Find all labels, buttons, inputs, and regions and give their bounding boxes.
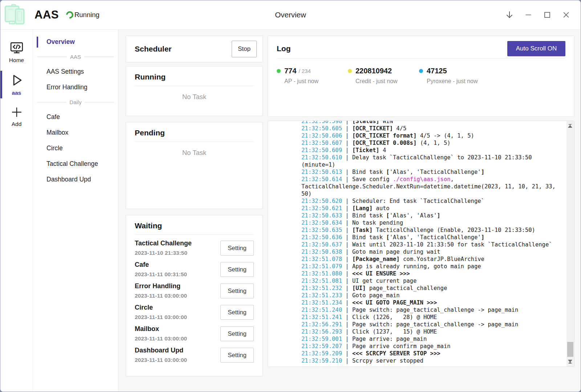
- rail-item-label: aas: [12, 90, 21, 96]
- log-message-segment: App is already running, goto main page: [352, 263, 481, 270]
- scroll-up-button[interactable]: [568, 124, 572, 128]
- download-icon: [505, 10, 514, 20]
- waiting-card: Waiting Tactical Challenge2023-11-10 21:…: [126, 215, 263, 376]
- nav-item-label: Cafe: [46, 113, 60, 121]
- log-level: INFO: [271, 219, 301, 226]
- log-level: INFO: [271, 168, 301, 176]
- log-time: 21:32:50.638: [301, 249, 342, 255]
- log-line: INFO21:32:59.210 | Scrcpy server stopped: [271, 357, 566, 364]
- log-separator: |: [342, 343, 352, 350]
- task-next-run: 2023-11-10 21:33:50: [135, 250, 192, 256]
- log-scroll-area[interactable]: INFO21:32:50.598 | [Status] WININFO21:32…: [268, 121, 566, 367]
- log-time: 21:32:56.291: [301, 321, 342, 328]
- setting-button[interactable]: Setting: [220, 241, 254, 256]
- log-time: 21:32:51.079: [301, 263, 342, 270]
- log-separator: |: [342, 314, 352, 320]
- log-time: 21:32:59.209: [301, 350, 342, 357]
- log-message-segment: Scheduler: End task `TacticalChallenge`: [352, 198, 484, 204]
- nav-item-circle[interactable]: Circle: [33, 140, 118, 156]
- icon-rail: Home aas Add: [0, 30, 33, 392]
- log-level: INFO: [271, 270, 301, 277]
- maximize-button[interactable]: [538, 6, 557, 24]
- nav-item-tactical-challenge[interactable]: Tactical Challenge: [33, 156, 118, 172]
- log-separator: |: [342, 132, 352, 139]
- log-separator: |: [342, 278, 352, 284]
- titlebar: AAS Running Overview: [0, 0, 581, 29]
- log-message-segment: 4/5: [393, 125, 406, 132]
- log-scrollbar[interactable]: [566, 121, 574, 367]
- task-next-run: 2023-11-11 03:00:00: [135, 293, 187, 299]
- log-level: INFO: [271, 299, 301, 306]
- log-time: 21:32:50.636: [301, 234, 342, 241]
- auto-scroll-button[interactable]: Auto Scroll ON: [507, 41, 565, 56]
- task-name: Cafe: [135, 261, 187, 269]
- nav-item-label: Dashboard Upd: [46, 176, 91, 183]
- log-message-segment: Bind task: [352, 212, 386, 219]
- setting-button[interactable]: Setting: [220, 262, 254, 277]
- log-message-segment: ./config\aas.json: [393, 176, 451, 183]
- log-output[interactable]: INFO21:32:50.598 | [Status] WININFO21:32…: [268, 121, 574, 367]
- log-separator: |: [342, 147, 352, 154]
- task-next-run: 2023-11-11 03:00:00: [135, 335, 187, 342]
- log-line: INFO21:32:51.078 | [Package_name] com.Yo…: [271, 256, 566, 263]
- pending-title: Pending: [135, 128, 254, 137]
- nav-item-dashboard-upd[interactable]: Dashboard Upd: [33, 172, 118, 187]
- stop-button[interactable]: Stop: [232, 41, 257, 57]
- setting-button[interactable]: Setting: [220, 283, 254, 298]
- nav-item-label: Circle: [46, 144, 63, 152]
- task-name: Mailbox: [135, 325, 187, 333]
- log-message-segment: ]: [437, 212, 440, 219]
- stat-label: Pyroxene - just now: [419, 78, 490, 85]
- stat-secondary: / 234: [298, 68, 310, 74]
- scrollbar-thumb[interactable]: [567, 342, 573, 357]
- download-button[interactable]: [500, 6, 519, 24]
- log-message-segment: [Package_name]: [352, 256, 400, 262]
- rail-item-aas[interactable]: aas: [0, 70, 33, 99]
- stat-top: 47125: [419, 67, 490, 75]
- log-message-segment: 'Alas', 'Alas': [390, 212, 437, 219]
- rail-item-label: Add: [12, 121, 22, 127]
- log-message-segment: auto: [373, 205, 390, 212]
- nav-list: OverviewAASAAS SettingsError HandlingDai…: [33, 30, 118, 392]
- log-time: 21:32:50.606: [301, 132, 342, 139]
- waiting-task-list: Tactical Challenge2023-11-10 21:33:50Set…: [135, 240, 254, 363]
- log-level: INFO: [271, 248, 301, 256]
- running-card: Running No Task: [126, 66, 263, 116]
- log-time: 21:32:51.233: [301, 292, 342, 299]
- nav-item-mailbox[interactable]: Mailbox: [33, 125, 118, 140]
- log-time: 21:32:50.614: [301, 176, 342, 183]
- nav-item-overview[interactable]: Overview: [33, 34, 118, 50]
- log-separator: |: [342, 350, 352, 357]
- log-line: INFO21:32:59.001 | Page arrive: page_mai…: [271, 335, 566, 343]
- nav-item-error-handling[interactable]: Error Handling: [33, 79, 118, 95]
- stat-label: Credit - just now: [348, 78, 419, 85]
- scroll-down-button[interactable]: [568, 360, 572, 363]
- log-level: INFO: [271, 292, 301, 299]
- log-line: INFO21:32:51.241 | Click (1226, 28) @ HO…: [271, 314, 566, 321]
- log-separator: |: [342, 285, 352, 291]
- log-message-segment: 'Alas', 'TacticalChallenge': [390, 169, 481, 175]
- waiting-task-row: Circle2023-11-11 03:00:00Setting: [135, 304, 254, 320]
- rail-item-home[interactable]: Home: [0, 38, 33, 67]
- section-label: Daily: [66, 99, 85, 105]
- nav-item-aas-settings[interactable]: AAS Settings: [33, 64, 118, 79]
- setting-button[interactable]: Setting: [220, 305, 254, 320]
- nav-item-cafe[interactable]: Cafe: [33, 109, 118, 125]
- log-level: INFO: [271, 256, 301, 263]
- minimize-button[interactable]: [519, 6, 538, 24]
- log-message-segment: ,: [451, 176, 454, 183]
- task-name: Error Handling: [135, 282, 187, 290]
- stat-label: AP - just now: [277, 78, 348, 85]
- task-info: Cafe2023-11-11 00:31:50: [135, 261, 187, 278]
- log-message-segment: [OCR_TICKET 0.008s]: [352, 140, 417, 146]
- setting-button[interactable]: Setting: [220, 348, 254, 363]
- log-message-segment: Scrcpy server stopped: [352, 358, 423, 364]
- setting-button[interactable]: Setting: [220, 326, 254, 341]
- close-button[interactable]: [557, 6, 576, 24]
- log-level: INFO: [271, 154, 301, 161]
- log-line: INFO21:32:50.635 | [Task] TacticalChalle…: [271, 226, 566, 234]
- log-line: INFO21:32:59.207 | Page arrive confirm p…: [271, 343, 566, 350]
- rail-item-add[interactable]: Add: [0, 102, 33, 131]
- log-message-segment: Wait until 2023-11-10 21:33:50 for task …: [352, 241, 552, 248]
- log-level: INFO: [271, 314, 301, 321]
